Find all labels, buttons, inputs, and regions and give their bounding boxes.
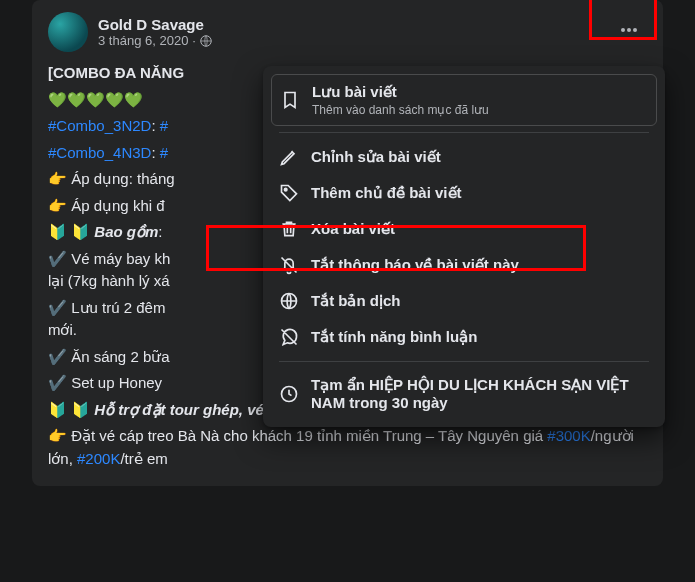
more-options-button[interactable] (611, 12, 647, 48)
menu-separator (279, 361, 649, 362)
menu-item-label: Chỉnh sửa bài viết (311, 148, 649, 166)
menu-item-topic[interactable]: Thêm chủ đề bài viết (271, 175, 657, 211)
menu-item-save[interactable]: Lưu bài viết Thêm vào danh sách mục đã l… (271, 74, 657, 126)
author-name[interactable]: Gold D Savage (98, 16, 647, 33)
menu-item-label: Tắt thông báo về bài viết này (311, 256, 649, 274)
avatar[interactable] (48, 12, 88, 52)
clock-icon (279, 384, 299, 404)
menu-item-notif-off[interactable]: Tắt thông báo về bài viết này (271, 247, 657, 283)
menu-item-label: Tắt tính năng bình luận (311, 328, 649, 346)
menu-item-translate-off[interactable]: Tắt bản dịch (271, 283, 657, 319)
post-meta: 3 tháng 6, 2020 · (98, 33, 647, 48)
menu-item-label: Tắt bản dịch (311, 292, 649, 310)
menu-item-comment-off[interactable]: Tắt tính năng bình luận (271, 319, 657, 355)
menu-item-delete[interactable]: Xóa bài viết (271, 211, 657, 247)
svg-point-2 (627, 28, 631, 32)
svg-point-4 (284, 188, 287, 191)
menu-item-label: Tạm ẩn HIỆP HỘI DU LỊCH KHÁCH SẠN VIỆT N… (311, 376, 649, 411)
menu-item-label: Lưu bài viết (312, 83, 648, 101)
post-header: Gold D Savage 3 tháng 6, 2020 · (32, 12, 663, 52)
author-block: Gold D Savage 3 tháng 6, 2020 · (98, 16, 647, 48)
menu-item-label: Xóa bài viết (311, 220, 649, 238)
post-date[interactable]: 3 tháng 6, 2020 (98, 33, 188, 48)
globe-icon[interactable] (200, 35, 212, 47)
menu-item-text: Lưu bài viết Thêm vào danh sách mục đã l… (312, 83, 648, 117)
menu-separator (279, 132, 649, 133)
svg-point-1 (621, 28, 625, 32)
bookmark-icon (280, 90, 300, 110)
bell-off-icon (279, 255, 299, 275)
trash-icon (279, 219, 299, 239)
post-options-menu: Lưu bài viết Thêm vào danh sách mục đã l… (263, 66, 665, 427)
tag-icon (279, 183, 299, 203)
meta-separator: · (192, 33, 196, 48)
menu-item-edit[interactable]: Chỉnh sửa bài viết (271, 139, 657, 175)
globe-off-icon (279, 291, 299, 311)
post-line: 👉 Đặt vé cáp treo Bà Nà cho khách 19 tỉn… (48, 425, 647, 470)
pencil-icon (279, 147, 299, 167)
comment-off-icon (279, 327, 299, 347)
menu-item-label: Thêm chủ đề bài viết (311, 184, 649, 202)
menu-item-sub: Thêm vào danh sách mục đã lưu (312, 103, 648, 117)
menu-item-snooze[interactable]: Tạm ẩn HIỆP HỘI DU LỊCH KHÁCH SẠN VIỆT N… (271, 368, 657, 419)
svg-point-3 (633, 28, 637, 32)
